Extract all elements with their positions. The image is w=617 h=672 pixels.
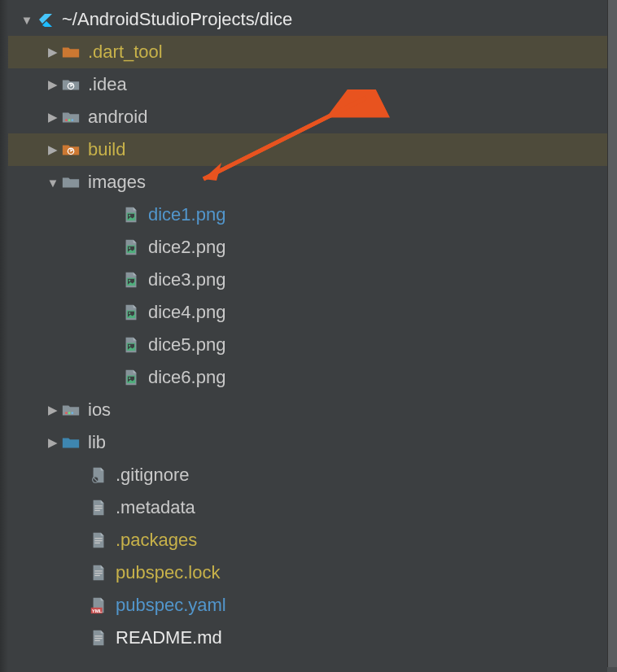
tree-item-label: android (88, 107, 147, 128)
expand-arrow-icon[interactable]: ▶ (46, 435, 60, 450)
folder-dots-icon (60, 107, 81, 128)
image-file-icon (120, 269, 142, 290)
tree-item[interactable]: ▶dice3.png (0, 264, 617, 296)
expand-arrow-icon[interactable]: ▶ (46, 45, 60, 59)
tree-item[interactable]: ▶dice4.png (0, 296, 617, 329)
tree-item-label: .metadata (116, 497, 195, 518)
file-git-icon (88, 465, 109, 486)
folder-plain-icon (60, 172, 81, 193)
tree-item[interactable]: ▶dice1.png (0, 199, 617, 231)
tree-item-label: images (88, 172, 146, 193)
tree-item-label: pubspec.yaml (116, 595, 226, 616)
tree-item-label: .gitignore (116, 465, 190, 486)
file-text-icon (88, 562, 109, 583)
folder-orange-icon (60, 41, 81, 63)
tree-root-label: ~/AndroidStudioProjects/dice (62, 9, 292, 30)
expand-arrow-icon[interactable]: ▼ (46, 176, 60, 190)
tree-item[interactable]: ▶.gitignore (0, 459, 617, 491)
image-file-icon (120, 367, 142, 388)
scrollbar-thumb[interactable] (607, 0, 617, 667)
tree-item[interactable]: ▶.metadata (0, 491, 617, 524)
tree-item-label: dice5.png (148, 334, 225, 356)
tree-item[interactable]: ▶.packages (0, 524, 617, 556)
tree-item-label: lib (88, 432, 106, 453)
flutter-icon (34, 9, 55, 30)
image-file-icon (120, 204, 142, 225)
expand-arrow-icon[interactable]: ▼ (20, 13, 34, 27)
image-file-icon (120, 302, 142, 323)
tree-item[interactable]: ▼images (0, 166, 617, 199)
tree-item-label: dice6.png (148, 367, 225, 388)
tree-item-label: dice3.png (148, 269, 225, 290)
image-file-icon (120, 334, 142, 356)
tree-item[interactable]: ▶.dart_tool (0, 36, 617, 68)
folder-module-orange-icon (60, 139, 81, 160)
tree-item[interactable]: ▶ios (0, 394, 617, 426)
file-text-icon (88, 627, 109, 648)
project-tree: ▼ ~/AndroidStudioProjects/dice ▶.dart_to… (0, 0, 617, 654)
tree-item-label: README.md (116, 627, 222, 648)
tree-item-label: ios (88, 399, 111, 421)
image-file-icon (120, 237, 142, 258)
scrollbar[interactable] (607, 0, 617, 672)
tree-item[interactable]: ▶README.md (0, 622, 617, 654)
tree-item-label: build (88, 139, 125, 160)
tree-item[interactable]: ▶dice6.png (0, 361, 617, 394)
tree-item[interactable]: ▶build (0, 133, 617, 166)
expand-arrow-icon[interactable]: ▶ (46, 77, 60, 92)
folder-dots-icon (60, 399, 81, 421)
file-yaml-icon (88, 595, 109, 616)
tree-item[interactable]: ▶dice5.png (0, 329, 617, 361)
left-gutter (0, 0, 8, 672)
tree-item-label: .packages (116, 530, 197, 551)
tree-item[interactable]: ▶dice2.png (0, 231, 617, 264)
tree-item-label: .idea (88, 74, 127, 95)
tree-item[interactable]: ▶.idea (0, 68, 617, 101)
file-text-icon (88, 530, 109, 551)
tree-item-label: dice4.png (148, 302, 225, 323)
tree-item[interactable]: ▶pubspec.lock (0, 556, 617, 589)
tree-item-label: pubspec.lock (116, 562, 220, 583)
expand-arrow-icon[interactable]: ▶ (46, 110, 60, 124)
tree-item-label: dice2.png (148, 237, 225, 258)
tree-item-label: dice1.png (148, 204, 225, 225)
folder-module-grey-icon (60, 74, 81, 95)
expand-arrow-icon[interactable]: ▶ (46, 142, 60, 157)
tree-item-label: .dart_tool (88, 41, 163, 63)
tree-root[interactable]: ▼ ~/AndroidStudioProjects/dice (0, 3, 617, 36)
folder-blue-icon (60, 432, 81, 453)
tree-item[interactable]: ▶lib (0, 426, 617, 459)
tree-item[interactable]: ▶pubspec.yaml (0, 589, 617, 622)
tree-item[interactable]: ▶android (0, 101, 617, 133)
expand-arrow-icon[interactable]: ▶ (46, 403, 60, 417)
file-text-icon (88, 497, 109, 518)
